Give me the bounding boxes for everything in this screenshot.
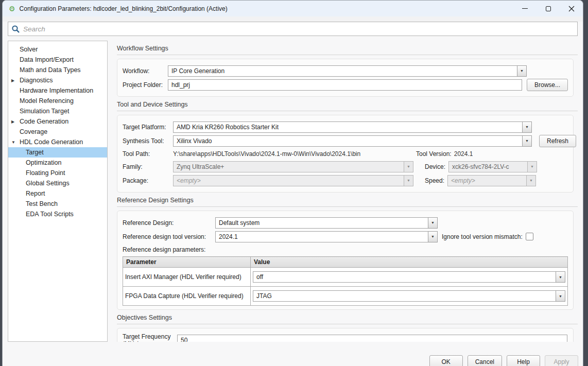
- sidebar-item-label: Floating Point: [26, 169, 65, 177]
- search-bar: [8, 22, 578, 36]
- reference-tool-version-value: 2024.1: [215, 231, 428, 242]
- chevron-down-icon[interactable]: ▼: [11, 140, 20, 145]
- reference-design-row: Reference Design: Default system ▼: [123, 217, 568, 229]
- workflow-dropdown[interactable]: IP Core Generation ▼: [168, 65, 527, 77]
- fpga-data-capture-value: JTAG: [253, 290, 556, 302]
- browse-button[interactable]: Browse...: [527, 79, 568, 91]
- close-button[interactable]: [560, 1, 583, 16]
- dropdown-arrow-icon[interactable]: ▼: [556, 290, 565, 302]
- dropdown-arrow-icon[interactable]: ▼: [428, 217, 438, 229]
- sidebar-item-model-referencing[interactable]: Model Referencing: [8, 96, 107, 106]
- target-frequency-input[interactable]: [177, 335, 567, 342]
- sidebar-item-label: Hardware Implementation: [20, 87, 93, 94]
- dropdown-arrow-icon: ▼: [527, 161, 537, 172]
- dropdown-arrow-icon: ▼: [526, 175, 536, 186]
- family-label: Family:: [123, 163, 173, 170]
- speed-dropdown: <empty> ▼: [447, 175, 536, 186]
- value-cell: off ▼: [251, 268, 568, 287]
- sidebar-item-label: EDA Tool Scripts: [26, 211, 74, 218]
- package-speed-row: Package: <empty> ▼ Speed: <empty> ▼: [123, 175, 568, 186]
- ignore-mismatch-label: Ignore tool version mismatch:: [442, 233, 523, 240]
- synthesis-tool-dropdown[interactable]: Xilinx Vivado ▼: [173, 135, 532, 147]
- reference-parameters-label: Reference design parameters:: [123, 246, 205, 253]
- dropdown-arrow-icon[interactable]: ▼: [522, 121, 532, 133]
- sidebar-item-label: Target: [26, 149, 44, 156]
- chevron-right-icon[interactable]: ▶: [11, 119, 20, 124]
- cancel-button[interactable]: Cancel: [468, 355, 502, 366]
- reference-design-dropdown[interactable]: Default system ▼: [215, 217, 438, 229]
- synthesis-tool-value: Xilinx Vivado: [173, 135, 523, 147]
- title-bar[interactable]: ⚙ Configuration Parameters: hdlcoder_led…: [3, 1, 583, 16]
- project-folder-input[interactable]: [168, 79, 522, 91]
- target-platform-label: Target Platform:: [123, 124, 173, 131]
- sidebar-item-floating-point[interactable]: Floating Point: [8, 168, 107, 178]
- fpga-data-capture-dropdown[interactable]: JTAG ▼: [253, 290, 565, 302]
- sidebar-item-label: Diagnostics: [20, 77, 53, 84]
- minimize-button[interactable]: [513, 1, 537, 16]
- target-platform-value: AMD Kria KR260 Robotics Starter Kit: [173, 121, 523, 133]
- sidebar-item-test-bench[interactable]: Test Bench: [8, 199, 107, 209]
- ignore-mismatch-checkbox[interactable]: [526, 233, 533, 240]
- dropdown-arrow-icon[interactable]: ▼: [517, 65, 527, 77]
- sidebar-item-hardware-implementation[interactable]: Hardware Implementation: [8, 85, 107, 96]
- sidebar-item-global-settings[interactable]: Global Settings: [8, 178, 107, 188]
- minimize-icon: [522, 8, 528, 9]
- workflow-group: Workflow: IP Core Generation ▼ Project F…: [117, 59, 574, 97]
- help-button[interactable]: Help: [507, 355, 540, 366]
- dropdown-arrow-icon[interactable]: ▼: [556, 271, 565, 283]
- configuration-parameters-dialog: ⚙ Configuration Parameters: hdlcoder_led…: [2, 0, 583, 366]
- sidebar-item-label: Optimization: [26, 159, 61, 166]
- sidebar-item-label: Report: [26, 190, 45, 197]
- insert-axi-manager-dropdown[interactable]: off ▼: [253, 271, 565, 283]
- device-dropdown: xck26-sfvc784-2LV-c ▼: [448, 161, 537, 172]
- configuration-gear-icon: ⚙: [9, 5, 15, 12]
- section-heading-objectives: Objectives Settings: [117, 314, 578, 324]
- parameter-cell: Insert AXI Manager (HDL Verifier require…: [123, 268, 251, 287]
- sidebar-item-optimization[interactable]: Optimization: [8, 158, 107, 168]
- family-dropdown: Zynq UltraScale+ ▼: [173, 161, 413, 172]
- window-title: Configuration Parameters: hdlcoder_led_b…: [20, 5, 228, 12]
- sidebar-item-diagnostics[interactable]: ▶Diagnostics: [8, 75, 107, 85]
- search-input[interactable]: [23, 25, 574, 33]
- dropdown-arrow-icon[interactable]: ▼: [428, 231, 438, 242]
- reference-design-label: Reference Design:: [123, 219, 215, 226]
- table-header-row: Parameter Value: [123, 257, 568, 268]
- chevron-right-icon[interactable]: ▶: [11, 78, 20, 83]
- sidebar-item-report[interactable]: Report: [8, 188, 107, 199]
- sidebar-item-hdl-code-generation[interactable]: ▼HDL Code Generation: [8, 137, 107, 147]
- apply-button: Apply: [545, 355, 578, 366]
- reference-design-group: Reference Design: Default system ▼ Refer…: [117, 211, 574, 310]
- synthesis-tool-label: Synthesis Tool:: [123, 137, 173, 145]
- project-folder-label: Project Folder:: [123, 81, 168, 89]
- table-row: FPGA Data Capture (HDL Verifier required…: [123, 287, 568, 306]
- sidebar-item-solver[interactable]: Solver: [8, 44, 107, 55]
- package-value: <empty>: [173, 175, 404, 186]
- target-frequency-row: Target Frequency (MHz):: [123, 334, 568, 342]
- window-controls: [513, 1, 583, 16]
- ok-button[interactable]: OK: [429, 355, 463, 366]
- value-column-header: Value: [251, 257, 568, 268]
- reference-tool-version-row: Reference design tool version: 2024.1 ▼ …: [123, 231, 568, 242]
- sidebar-item-label: Code Generation: [20, 118, 68, 125]
- refresh-button[interactable]: Refresh: [539, 135, 576, 147]
- sidebar-item-coverage[interactable]: Coverage: [8, 127, 107, 137]
- package-dropdown: <empty> ▼: [173, 175, 413, 186]
- package-label: Package:: [123, 177, 173, 184]
- sidebar-item-simulation-target[interactable]: Simulation Target: [8, 106, 107, 116]
- objectives-group: Target Frequency (MHz):: [117, 328, 574, 342]
- dropdown-arrow-icon[interactable]: ▼: [522, 135, 532, 147]
- settings-panel: Workflow Settings Workflow: IP Core Gene…: [116, 41, 578, 342]
- table-row: Insert AXI Manager (HDL Verifier require…: [123, 268, 568, 287]
- synthesis-tool-row: Synthesis Tool: Xilinx Vivado ▼ Refresh: [123, 135, 568, 147]
- desktop-background: ⚙ Configuration Parameters: hdlcoder_led…: [0, 0, 588, 366]
- insert-axi-manager-value: off: [253, 271, 556, 283]
- maximize-button[interactable]: [537, 1, 560, 16]
- sidebar-item-target[interactable]: Target: [8, 147, 107, 158]
- sidebar-item-math-and-data-types[interactable]: Math and Data Types: [8, 65, 107, 75]
- footer-bar: OK Cancel Help Apply: [429, 355, 578, 366]
- sidebar-item-eda-tool-scripts[interactable]: EDA Tool Scripts: [8, 209, 107, 219]
- sidebar-item-code-generation[interactable]: ▶Code Generation: [8, 116, 107, 127]
- sidebar-item-data-import-export[interactable]: Data Import/Export: [8, 55, 107, 65]
- reference-tool-version-dropdown[interactable]: 2024.1 ▼: [215, 231, 438, 242]
- target-platform-dropdown[interactable]: AMD Kria KR260 Robotics Starter Kit ▼: [173, 121, 532, 133]
